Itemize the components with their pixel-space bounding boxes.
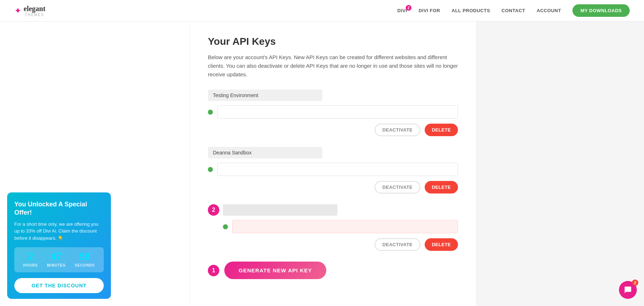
- generate-row: 1 GENERATE NEW API KEY: [208, 262, 458, 279]
- delete-button-2[interactable]: DELETE: [425, 181, 458, 193]
- api-key-row-1: [208, 105, 458, 119]
- api-status-dot-1: [208, 110, 213, 115]
- offer-title: You Unlocked A Special Offer!: [14, 200, 104, 217]
- site-header: ✦ elegant THEMES DIVI 2 DIVI FOR ALL PRO…: [0, 0, 644, 21]
- hours-value: 2: [23, 252, 38, 262]
- api-entry-2: DEACTIVATE DELETE: [208, 147, 458, 193]
- api-entry-badge-3: 2: [208, 204, 219, 216]
- api-status-dot-2: [208, 167, 213, 172]
- logo-text-group: elegant THEMES: [24, 5, 45, 17]
- get-discount-button[interactable]: GET THE DISCOUNT: [14, 278, 104, 293]
- api-actions-1: DEACTIVATE DELETE: [208, 124, 458, 136]
- nav-divi-for[interactable]: DIVI FOR: [419, 8, 440, 13]
- api-actions-2: DEACTIVATE DELETE: [208, 181, 458, 193]
- countdown-timer: 2 HOURS 47 MINUTES 58 SECONDS: [14, 247, 104, 272]
- page-title: Your API Keys: [208, 36, 458, 47]
- api-entry-3-row: 2 DEACTIVATE DELETE: [208, 204, 458, 251]
- api-key-input-3[interactable]: [232, 220, 458, 233]
- api-key-input-2[interactable]: [217, 163, 458, 176]
- api-key-input-1[interactable]: [217, 105, 458, 119]
- logo: ✦ elegant THEMES: [14, 5, 45, 17]
- logo-name: elegant: [24, 5, 45, 13]
- delete-button-1[interactable]: DELETE: [425, 124, 458, 136]
- api-label-input-1[interactable]: [208, 90, 322, 101]
- delete-button-3[interactable]: DELETE: [425, 238, 458, 251]
- api-label-input-2[interactable]: [208, 147, 322, 158]
- my-downloads-button[interactable]: MY DOWNLOADS: [572, 4, 630, 17]
- api-entry-3: DEACTIVATE DELETE: [223, 204, 458, 251]
- right-sidebar: [476, 21, 547, 306]
- logo-sub: THEMES: [24, 13, 45, 17]
- offer-description: For a short time only, we are offering y…: [14, 221, 104, 242]
- page-description: Below are your account's API Keys. New A…: [208, 53, 458, 79]
- divi-badge: 2: [406, 5, 411, 11]
- api-key-row-3: [223, 220, 458, 233]
- countdown-hours: 2 HOURS: [23, 252, 38, 268]
- countdown-minutes: 47 MINUTES: [47, 252, 65, 268]
- api-label-input-3[interactable]: [223, 204, 337, 216]
- deactivate-button-1[interactable]: DEACTIVATE: [375, 124, 420, 136]
- chat-icon: [624, 286, 632, 294]
- chat-button[interactable]: 2: [619, 281, 637, 299]
- main-nav: DIVI 2 DIVI FOR ALL PRODUCTS CONTACT ACC…: [397, 4, 630, 17]
- content-area: Your API Keys Below are your account's A…: [190, 21, 476, 306]
- seconds-label: SECONDS: [75, 263, 95, 267]
- minutes-value: 47: [47, 252, 65, 262]
- generate-badge: 1: [208, 265, 219, 276]
- deactivate-button-2[interactable]: DEACTIVATE: [375, 181, 420, 193]
- countdown-seconds: 58 SECONDS: [75, 252, 95, 268]
- api-entry-1: DEACTIVATE DELETE: [208, 90, 458, 136]
- seconds-value: 58: [75, 252, 95, 262]
- nav-divi[interactable]: DIVI 2: [397, 8, 407, 13]
- api-status-dot-3: [223, 224, 228, 229]
- deactivate-button-3[interactable]: DEACTIVATE: [375, 238, 420, 251]
- nav-all-products[interactable]: ALL PRODUCTS: [452, 8, 490, 13]
- generate-api-key-button[interactable]: GENERATE NEW API KEY: [224, 262, 326, 279]
- offer-card: You Unlocked A Special Offer! For a shor…: [7, 192, 111, 299]
- chat-badge: 2: [632, 279, 638, 286]
- api-actions-3: DEACTIVATE DELETE: [223, 238, 458, 251]
- nav-contact[interactable]: CONTACT: [502, 8, 525, 13]
- logo-icon: ✦: [14, 6, 21, 15]
- nav-account[interactable]: ACCOUNT: [537, 8, 561, 13]
- hours-label: HOURS: [23, 263, 38, 267]
- api-key-row-2: [208, 163, 458, 176]
- minutes-label: MINUTES: [47, 263, 65, 267]
